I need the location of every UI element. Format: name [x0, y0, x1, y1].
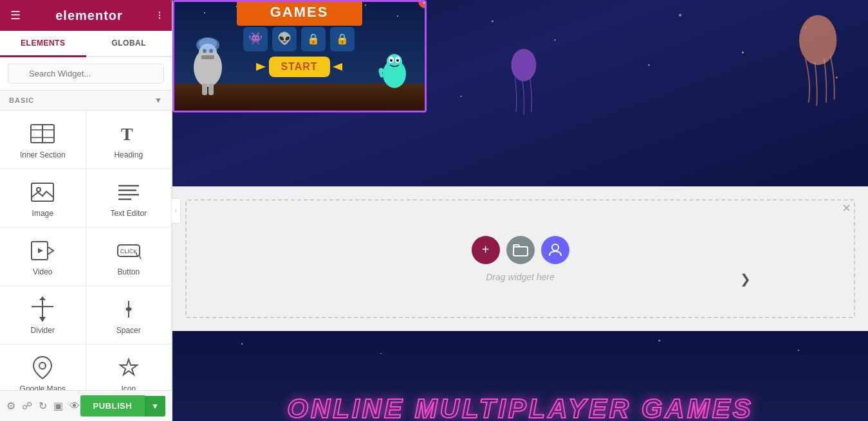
svg-point-69	[648, 64, 649, 66]
svg-point-64	[679, 13, 681, 16]
svg-point-57	[387, 54, 402, 69]
hamburger-icon[interactable]: ☰	[10, 8, 21, 22]
eye-icon[interactable]: 👁	[69, 400, 80, 412]
widget-spacer[interactable]: Spacer	[86, 286, 172, 345]
svg-point-67	[836, 76, 838, 78]
svg-text:T: T	[121, 124, 133, 144]
svg-text:START: START	[281, 61, 317, 72]
svg-point-60	[390, 59, 392, 62]
widget-grid: Inner Section T Heading Image	[0, 111, 172, 390]
svg-marker-12	[48, 247, 53, 255]
publish-button[interactable]: PUBLISH	[80, 395, 145, 417]
svg-text:👽: 👽	[277, 31, 292, 46]
add-section-button[interactable]: +	[472, 236, 500, 264]
svg-point-6	[37, 188, 41, 192]
svg-point-71	[511, 49, 536, 82]
widget-text-editor[interactable]: Text Editor	[86, 169, 172, 228]
panel-tabs: ELEMENTS GLOBAL	[0, 31, 172, 57]
section-label-basic[interactable]: BASIC ▼	[0, 91, 172, 111]
button-icon: CLICK	[116, 239, 142, 262]
svg-rect-51	[201, 55, 214, 59]
google-maps-icon	[30, 356, 55, 379]
widget-label-spacer: Spacer	[116, 326, 141, 335]
collapse-panel-handle[interactable]: ‹	[172, 198, 181, 224]
widget-icon[interactable]: Icon	[86, 345, 172, 390]
logo: elementor	[55, 8, 123, 23]
panel-header: ☰ elementor ⁝	[0, 0, 172, 31]
svg-marker-20	[39, 296, 46, 300]
svg-rect-5	[32, 183, 53, 201]
space-background: ✕	[172, 0, 868, 186]
svg-point-78	[798, 350, 799, 351]
bottom-dark-section: ONLINE MULTIPLAYER GAMES	[172, 331, 868, 421]
svg-marker-13	[38, 248, 43, 253]
divider-icon	[30, 298, 55, 321]
drag-section-inner: ✕ + Drag widget here ❯	[185, 199, 855, 318]
layers-icon[interactable]: ☍	[22, 400, 32, 412]
section-label-text: BASIC	[9, 96, 34, 104]
svg-point-25	[39, 363, 46, 369]
svg-text:CLICK: CLICK	[120, 248, 137, 255]
settings-icon[interactable]: ⚙	[6, 400, 15, 412]
widget-label-button: Button	[117, 267, 140, 276]
search-input[interactable]	[8, 64, 164, 84]
svg-point-55	[199, 38, 217, 49]
publish-arrow-button[interactable]: ▼	[145, 396, 165, 417]
canvas-area: ✕	[172, 0, 868, 421]
close-drag-section-button[interactable]: ✕	[838, 200, 854, 217]
site-identity-button[interactable]	[541, 236, 569, 264]
cursor-indicator: ❯	[740, 271, 751, 287]
svg-point-73	[552, 244, 559, 251]
svg-text:GAMES: GAMES	[270, 4, 329, 20]
widget-label-video: Video	[33, 267, 52, 276]
bottom-bar: ⚙ ☍ ↻ ▣ 👁 PUBLISH ▼	[0, 390, 172, 421]
tab-global[interactable]: GLOBAL	[86, 31, 172, 56]
video-icon	[30, 239, 55, 262]
game-canvas: GAMES 👾 👽 🔒 🔒 START	[174, 2, 425, 111]
svg-marker-18	[39, 317, 46, 322]
drag-label: Drag widget here	[486, 272, 555, 282]
drag-action-buttons: +	[472, 236, 569, 264]
svg-rect-53	[208, 84, 214, 95]
widget-label-heading: Heading	[114, 150, 143, 159]
left-panel: ☰ elementor ⁝ ELEMENTS GLOBAL 🔍 BASIC ▼	[0, 0, 172, 421]
widget-divider[interactable]: Divider	[0, 286, 86, 345]
svg-rect-72	[513, 247, 528, 256]
history-icon[interactable]: ↻	[39, 400, 47, 412]
grid-icon[interactable]: ⁝	[158, 8, 162, 22]
game-preview-section: ✕	[172, 0, 868, 186]
text-editor-icon	[116, 181, 142, 204]
widget-label-divider: Divider	[31, 326, 55, 335]
widget-video[interactable]: Video	[0, 228, 86, 286]
svg-point-63	[555, 39, 556, 40]
widget-google-maps[interactable]: Google Maps	[0, 345, 86, 390]
svg-text:🔒: 🔒	[307, 33, 320, 45]
responsive-icon[interactable]: ▣	[53, 400, 63, 412]
inner-section-icon	[30, 122, 55, 145]
svg-point-62	[492, 21, 494, 22]
template-library-button[interactable]	[506, 236, 535, 264]
heading-icon: T	[116, 122, 142, 145]
svg-point-61	[396, 59, 399, 62]
widget-button[interactable]: CLICK Button	[86, 228, 172, 286]
bottom-bar-icons: ⚙ ☍ ↻ ▣ 👁	[6, 400, 80, 412]
widget-heading[interactable]: T Heading	[86, 111, 172, 169]
svg-text:🔒: 🔒	[336, 33, 349, 45]
svg-point-77	[658, 340, 660, 342]
widget-label-image: Image	[32, 209, 53, 218]
publish-button-group: PUBLISH ▼	[80, 395, 165, 417]
widget-image[interactable]: Image	[0, 169, 86, 228]
widget-label-google-maps: Google Maps	[20, 384, 66, 390]
spacer-icon	[116, 298, 142, 321]
svg-rect-52	[202, 84, 207, 95]
tab-elements[interactable]: ELEMENTS	[0, 31, 86, 57]
space-right-scene	[430, 0, 868, 186]
online-multiplayer-text: ONLINE MULTIPLAYER GAMES	[287, 393, 753, 421]
widget-inner-section[interactable]: Inner Section	[0, 111, 86, 169]
svg-point-75	[241, 343, 243, 345]
game-image-box: ✕	[172, 0, 427, 112]
widget-label-icon: Icon	[121, 384, 136, 390]
svg-point-68	[461, 96, 462, 97]
svg-text:👾: 👾	[248, 31, 263, 46]
svg-point-65	[742, 51, 744, 53]
